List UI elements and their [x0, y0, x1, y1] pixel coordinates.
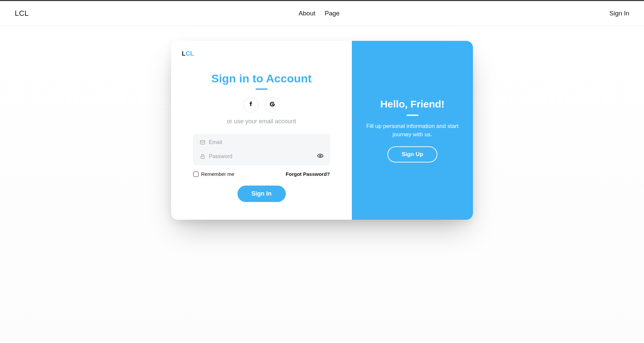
mail-icon	[200, 139, 206, 145]
email-field-row	[199, 136, 324, 149]
hello-subtext: Fill up personal information and start j…	[362, 122, 463, 139]
google-icon	[269, 101, 275, 109]
eye-icon	[317, 152, 324, 160]
facebook-icon	[248, 101, 254, 109]
facebook-login-button[interactable]	[243, 97, 259, 113]
nav-page[interactable]: Page	[325, 10, 339, 17]
auth-card: LCL Sign in to Account or use your email…	[171, 41, 473, 220]
toggle-password-visibility-button[interactable]	[317, 152, 324, 160]
main-nav: About Page	[299, 10, 339, 17]
signin-title: Sign in to Account	[182, 72, 341, 85]
password-field-row	[199, 149, 324, 163]
card-logo: LCL	[182, 50, 341, 57]
topbar: LCL About Page Sign In	[0, 0, 644, 26]
google-login-button[interactable]	[265, 97, 280, 113]
forgot-password-link[interactable]: Forgot Password?	[286, 171, 330, 177]
nav-sign-in[interactable]: Sign In	[609, 10, 629, 17]
title-underline	[256, 88, 268, 90]
social-login-row	[182, 97, 341, 113]
sign-up-button[interactable]: Sign Up	[387, 146, 437, 162]
email-input[interactable]	[209, 139, 324, 145]
svg-point-2	[319, 155, 321, 156]
form-options-row: Remember me Forgot Password?	[193, 171, 330, 177]
credentials-form	[193, 134, 330, 165]
sign-in-button[interactable]: Sign In	[237, 186, 286, 202]
hello-title: Hello, Friend!	[380, 98, 445, 110]
or-divider-text: or use your email account	[182, 118, 341, 125]
remember-me-checkbox[interactable]: Remember me	[193, 171, 234, 177]
password-input[interactable]	[209, 153, 314, 159]
hello-underline	[407, 115, 419, 116]
stage: LCL Sign in to Account or use your email…	[0, 26, 644, 341]
svg-rect-1	[201, 156, 204, 158]
nav-about[interactable]: About	[299, 10, 315, 17]
card-logo-part1: L	[182, 50, 186, 57]
checkbox-box-icon	[193, 172, 199, 177]
signup-panel: Hello, Friend! Fill up personal informat…	[352, 41, 473, 220]
lock-icon	[200, 153, 206, 159]
card-logo-part2: CL	[186, 50, 194, 57]
brand-logo: LCL	[15, 9, 29, 18]
remember-me-label: Remember me	[201, 171, 234, 177]
signin-panel: LCL Sign in to Account or use your email…	[171, 41, 352, 220]
